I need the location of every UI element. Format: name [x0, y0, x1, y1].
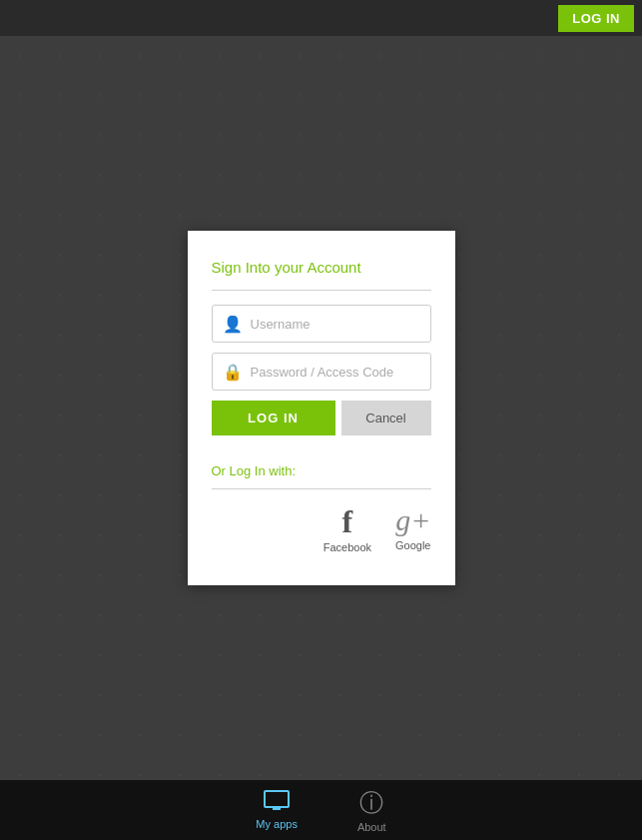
- svg-rect-0: [265, 791, 289, 807]
- top-login-button[interactable]: LOG IN: [558, 5, 634, 32]
- password-input[interactable]: [251, 365, 420, 380]
- or-label: Or Log In with:: [212, 463, 431, 478]
- login-dialog: Sign Into your Account 👤 🔒 LOG IN Cancel…: [188, 231, 455, 585]
- user-icon: 👤: [223, 315, 243, 334]
- myapps-tab-label: My apps: [256, 818, 298, 830]
- main-area: Sign Into your Account 👤 🔒 LOG IN Cancel…: [0, 36, 642, 780]
- facebook-login[interactable]: f Facebook: [323, 505, 371, 553]
- lock-icon: 🔒: [223, 363, 243, 382]
- google-icon: g+: [395, 505, 430, 535]
- username-input[interactable]: [251, 317, 420, 332]
- about-icon: ⓘ: [359, 787, 383, 819]
- bottom-tab-bar: My apps ⓘ About: [0, 780, 642, 840]
- google-login[interactable]: g+ Google: [395, 505, 430, 553]
- tab-myapps[interactable]: My apps: [256, 790, 298, 830]
- tab-about[interactable]: ⓘ About: [357, 787, 386, 833]
- facebook-icon: f: [342, 505, 353, 537]
- social-row: f Facebook g+ Google: [212, 505, 431, 553]
- or-section: Or Log In with: f Facebook g+ Google: [212, 463, 431, 553]
- dialog-title: Sign Into your Account: [212, 259, 431, 276]
- login-button[interactable]: LOG IN: [212, 401, 335, 435]
- about-tab-label: About: [357, 821, 386, 833]
- button-row: LOG IN Cancel: [212, 401, 431, 435]
- or-divider: [212, 488, 431, 489]
- password-input-wrapper[interactable]: 🔒: [212, 353, 431, 391]
- title-divider: [212, 290, 431, 291]
- cancel-button[interactable]: Cancel: [341, 401, 431, 435]
- top-bar: LOG IN: [0, 0, 642, 36]
- myapps-icon: [264, 790, 290, 816]
- svg-rect-1: [273, 807, 281, 810]
- google-label: Google: [395, 539, 430, 551]
- username-input-wrapper[interactable]: 👤: [212, 305, 431, 343]
- facebook-label: Facebook: [323, 541, 371, 553]
